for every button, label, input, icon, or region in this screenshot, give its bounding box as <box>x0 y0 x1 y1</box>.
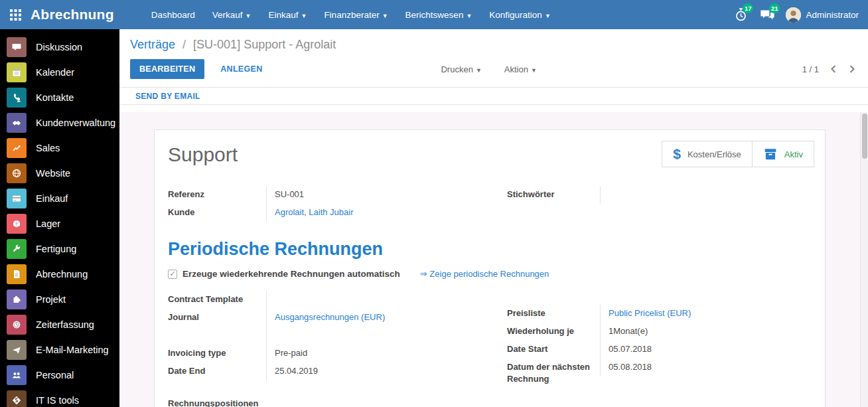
active-archive-button[interactable]: Aktiv <box>752 141 814 167</box>
chevron-down-icon: ▼ <box>466 13 472 19</box>
sidebar-item-it-is-tools[interactable]: IT IS tools <box>0 388 119 407</box>
field-spacer <box>168 327 488 345</box>
menu-einkauf[interactable]: Einkauf▼ <box>261 5 313 25</box>
menu-verkauf[interactable]: Verkauf▼ <box>206 5 258 25</box>
invoice-document-icon <box>7 264 27 284</box>
menu-konfiguration[interactable]: Konfiguration▼ <box>482 5 557 25</box>
action-dropdown[interactable]: Aktion▼ <box>502 60 540 78</box>
chevron-down-icon: ▼ <box>476 67 482 74</box>
sidebar-item-projekt[interactable]: Projekt <box>0 287 119 312</box>
field-value-next-invoice-date: 05.08.2018 <box>600 359 809 376</box>
field-label-invoicing-type: Invoicing type <box>168 345 266 359</box>
top-field-group-right: Stichwörter <box>488 186 809 222</box>
main-content: Verträge / [SU-001] Support - Agrolait B… <box>119 29 868 407</box>
edit-button[interactable]: BEARBEITEN <box>130 59 204 79</box>
sidebar-item-zeiterfassung[interactable]: Zeiterfassung <box>0 312 119 337</box>
invoice-lines-label: Rechnungspositionen <box>168 398 809 407</box>
chevron-down-icon: ▼ <box>545 13 551 19</box>
field-value-empty <box>600 204 809 222</box>
recurring-invoices-row: ✓ Erzeuge wiederkehrende Rechnungen auto… <box>168 269 809 279</box>
chevron-down-icon: ▼ <box>246 13 252 19</box>
pager-counter: 1 / 1 <box>802 64 819 74</box>
sidebar-item-label: IT IS tools <box>36 395 79 406</box>
sidebar-item-email-marketing[interactable]: E-Mail-Marketing <box>0 337 119 363</box>
chevron-down-icon: ▼ <box>531 67 537 74</box>
field-label-empty <box>507 204 600 206</box>
recurring-group-right: Preisliste Public Pricelist (EUR) Wieder… <box>488 291 809 385</box>
menu-dashboard[interactable]: Dashboard <box>145 5 202 25</box>
field-value-contract-template[interactable] <box>266 291 488 309</box>
top-field-group-left: Referenz SU-001 Kunde Agrolait, Laith Ju… <box>168 186 488 222</box>
sidebar-item-kundenverwaltung[interactable]: Kundenverwaltung <box>0 110 119 135</box>
top-navbar: Abrechnung Dashboard Verkauf▼ Einkauf▼ F… <box>0 0 868 29</box>
sidebar-item-label: Zeiterfassung <box>36 319 94 330</box>
field-value-kunde-link[interactable]: Agrolait, Laith Jubair <box>266 204 488 222</box>
user-name: Administrator <box>806 10 859 20</box>
field-value-wiederholung: 1Monat(e) <box>600 323 809 341</box>
breadcrumb-vertraege-link[interactable]: Verträge <box>130 38 175 51</box>
menu-finanzberater[interactable]: Finanzberater▼ <box>317 5 394 25</box>
sidebar-item-lager[interactable]: Lager <box>0 211 119 236</box>
sidebar-item-label: Kalender <box>36 67 74 78</box>
recurring-invoices-checkbox[interactable]: ✓ <box>168 270 177 279</box>
sidebar-item-diskussion[interactable]: Diskussion <box>0 35 119 60</box>
sidebar-item-fertigung[interactable]: Fertigung <box>0 236 119 262</box>
field-stichwoerter: Stichwörter <box>507 186 809 204</box>
sidebar-item-einkauf[interactable]: Einkauf <box>0 186 119 211</box>
menu-label: Dashboard <box>151 10 195 20</box>
user-menu[interactable]: Administrator <box>786 7 859 23</box>
show-recurring-invoices-link[interactable]: ⇒ Zeige periodische Rechnungen <box>420 269 549 279</box>
sidebar-item-label: Kontakte <box>36 92 74 103</box>
messages-badge: 21 <box>769 3 780 13</box>
pager-next-icon[interactable] <box>847 63 857 75</box>
sidebar-item-kontakte[interactable]: Kontakte <box>0 85 119 110</box>
action-dropdowns: Drucken▼ Aktion▼ <box>438 60 539 78</box>
action-dropdown-label: Aktion <box>504 64 528 74</box>
vertical-scrollbar[interactable] <box>860 112 868 407</box>
puzzle-icon <box>7 289 27 309</box>
breadcrumb-current: [SU-001] Support - Agrolait <box>193 38 336 51</box>
timer-clock-icon <box>7 315 27 335</box>
sidebar-item-website[interactable]: Website <box>0 161 119 186</box>
field-journal: Journal Ausgangsrechnungen (EUR) <box>168 309 488 327</box>
field-value-invoicing-type: Pre-paid <box>266 345 488 363</box>
archive-icon <box>763 148 778 160</box>
print-dropdown[interactable]: Drucken▼ <box>438 60 484 78</box>
recurring-invoices-checkbox-label: Erzeuge wiederkehrende Rechnungen automa… <box>182 269 400 279</box>
field-value-date-start: 05.07.2018 <box>600 341 809 359</box>
menu-label: Konfiguration <box>489 10 542 20</box>
sidebar-item-abrechnung[interactable]: Abrechnung <box>0 262 119 287</box>
field-value-stichwoerter[interactable] <box>600 186 809 204</box>
breadcrumb-separator: / <box>182 38 186 51</box>
menu-label: Berichtswesen <box>405 10 464 20</box>
calendar-icon <box>7 62 27 82</box>
field-label-journal: Journal <box>168 309 266 323</box>
sidebar-item-sales[interactable]: Sales <box>0 135 119 161</box>
sidebar-item-label: E-Mail-Marketing <box>36 345 109 355</box>
active-label: Aktiv <box>784 149 803 159</box>
diamond-tools-icon <box>7 390 27 407</box>
apps-grid-icon[interactable] <box>0 0 31 29</box>
control-panel: Verträge / [SU-001] Support - Agrolait B… <box>119 29 868 87</box>
top-field-group: Referenz SU-001 Kunde Agrolait, Laith Ju… <box>168 186 809 222</box>
sidebar-item-personal[interactable]: Personal <box>0 363 119 388</box>
pager-previous-icon[interactable] <box>828 63 838 75</box>
field-label-date-end: Date End <box>168 363 266 377</box>
field-kunde: Kunde Agrolait, Laith Jubair <box>168 204 488 222</box>
navbar-systray: 17 21 Administrator <box>733 7 868 23</box>
form-sheet: $ Kosten/Erlöse Aktiv Support Referenz S… <box>154 129 826 407</box>
create-button[interactable]: ANLEGEN <box>214 59 269 79</box>
field-value-preisliste-link[interactable]: Public Pricelist (EUR) <box>600 305 809 323</box>
scrollbar-thumb[interactable] <box>862 114 867 159</box>
control-panel-buttons: BEARBEITEN ANLEGEN Drucken▼ Aktion▼ 1 / … <box>130 59 857 87</box>
field-value-journal-link[interactable]: Ausgangsrechnungen (EUR) <box>266 309 488 327</box>
send-by-email-button[interactable]: SEND BY EMAIL <box>135 92 200 101</box>
sidebar-item-kalender[interactable]: Kalender <box>0 60 119 85</box>
messages-chat-icon[interactable]: 21 <box>759 7 775 23</box>
costs-revenues-button[interactable]: $ Kosten/Erlöse <box>662 141 752 167</box>
menu-label: Finanzberater <box>324 10 379 20</box>
attendance-clock-icon[interactable]: 17 <box>733 7 749 23</box>
sidebar-item-label: Einkauf <box>36 193 68 204</box>
field-date-end: Date End 25.04.2019 <box>168 363 488 380</box>
menu-berichtswesen[interactable]: Berichtswesen▼ <box>399 5 479 25</box>
